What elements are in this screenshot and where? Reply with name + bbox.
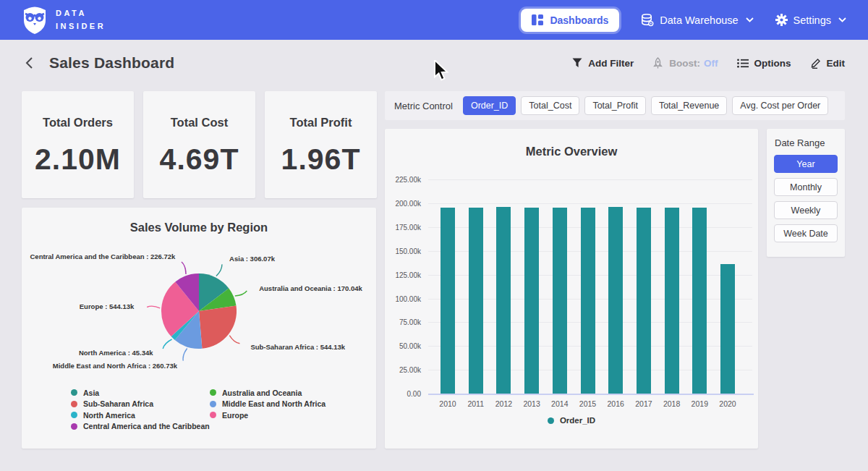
pie-legend-item-central-america-and-the-caribbean[interactable]: Central America and the Caribbean: [71, 421, 210, 433]
y-axis-tick: 200.00k: [385, 200, 421, 208]
x-axis-tick: 2013: [517, 399, 546, 408]
y-axis-tick: 100.00k: [385, 295, 421, 303]
bar-2010[interactable]: [441, 208, 455, 394]
x-axis-tick: 2018: [658, 399, 686, 408]
legend-dot: [210, 389, 216, 396]
pie-legend-item-middle-east-and-north-africa[interactable]: Middle East and North Africa: [210, 399, 326, 410]
order-id-legend-dot: [548, 417, 554, 424]
bar-chart-plot: 225.00k200.00k175.00k150.00k125.00k100.0…: [385, 129, 758, 449]
metric-control-bar: Metric Control Order_IDTotal_CostTotal_P…: [385, 91, 845, 120]
metric-option-order-id[interactable]: Order_ID: [463, 96, 516, 115]
y-axis-tick: 75.00k: [385, 318, 421, 326]
pie-legend-item-sub-saharan-africa[interactable]: Sub-Saharan Africa: [71, 399, 210, 410]
metric-control-label: Metric Control: [394, 101, 453, 111]
legend-label: North America: [83, 411, 135, 420]
y-axis-tick: 0.00: [385, 390, 421, 398]
x-axis-tick: 2014: [545, 399, 574, 408]
bar-2014[interactable]: [553, 208, 567, 394]
boost-state: Off: [704, 58, 718, 69]
add-filter-button[interactable]: Add Filter: [572, 58, 634, 69]
kpi-card-total-profit: Total Profit 1.96T: [265, 91, 377, 198]
date-range-buttons: YearMonthlyWeeklyWeek Date: [774, 155, 838, 242]
kpi-value: 1.96T: [265, 143, 377, 177]
metric-option-total-revenue[interactable]: Total_Revenue: [651, 96, 727, 115]
pencil-icon: [810, 58, 821, 69]
bar-2012[interactable]: [496, 207, 511, 394]
legend-label: Central America and the Caribbean: [83, 422, 210, 430]
bar-2016[interactable]: [608, 207, 623, 394]
edit-button[interactable]: Edit: [810, 58, 846, 69]
bar-2017[interactable]: [637, 208, 651, 394]
app-root: DATA INSIDER Dashboards: [0, 0, 868, 471]
kpi-value: 4.69T: [143, 143, 255, 177]
data-warehouse-menu[interactable]: Data Warehouse: [641, 14, 753, 27]
y-axis-tick: 175.00k: [385, 224, 421, 232]
bar-2020[interactable]: [720, 264, 735, 394]
edit-label: Edit: [827, 58, 846, 69]
x-axis-tick: 2019: [685, 399, 714, 408]
x-axis-tick: 2017: [629, 399, 658, 408]
settings-label: Settings: [793, 14, 831, 26]
gridline: [428, 203, 752, 204]
legend-label: Middle East and North Africa: [222, 399, 326, 408]
pie-label-asia: Asia : 306.07k: [229, 255, 276, 263]
pie-chart: Asia : 306.07kAustralia and Oceania : 17…: [22, 235, 376, 384]
pie-legend-item-europe[interactable]: Europe: [210, 410, 326, 421]
date-range-option-monthly[interactable]: Monthly: [774, 178, 838, 196]
pie-leader-line: [235, 291, 247, 296]
x-axis-tick: 2016: [601, 399, 630, 408]
chevron-down-icon: [746, 17, 754, 22]
legend-label: Sub-Saharan Africa: [83, 399, 153, 408]
options-label: Options: [754, 58, 791, 69]
data-warehouse-label: Data Warehouse: [660, 14, 738, 26]
bar-2015[interactable]: [581, 208, 595, 394]
chevron-down-icon: [838, 17, 846, 22]
boost-toggle[interactable]: Boost: Off: [652, 57, 718, 69]
pie-legend-item-asia[interactable]: Asia: [71, 387, 210, 399]
chevron-left-icon: [25, 56, 33, 69]
settings-menu[interactable]: Settings: [775, 14, 846, 26]
date-range-option-weekly[interactable]: Weekly: [774, 201, 838, 219]
pie-slice-sub-saharan-africa[interactable]: [199, 306, 237, 349]
legend-dot: [71, 389, 77, 396]
legend-dot: [71, 412, 77, 418]
brand-logo[interactable]: DATA INSIDER: [22, 6, 106, 35]
pie-leader-line: [183, 349, 187, 361]
date-range-option-week-date[interactable]: Week Date: [774, 224, 838, 242]
pie-leader-line: [163, 339, 171, 349]
options-button[interactable]: Options: [737, 58, 791, 69]
kpi-card-total-cost: Total Cost 4.69T: [143, 91, 255, 198]
bar-chart-legend[interactable]: Order_ID: [385, 416, 758, 425]
y-axis-tick: 25.00k: [385, 366, 421, 374]
pie-label-north-america: North America : 45.34k: [79, 349, 153, 357]
pie-leader-line: [229, 336, 239, 344]
bar-2011[interactable]: [469, 208, 483, 394]
add-filter-label: Add Filter: [588, 58, 634, 69]
brand-line1: DATA: [56, 7, 106, 20]
bar-2019[interactable]: [692, 208, 707, 394]
kpi-label: Total Cost: [143, 116, 255, 130]
x-axis-line: [428, 394, 754, 395]
metric-option-total-cost[interactable]: Total_Cost: [521, 96, 579, 115]
dashboards-button[interactable]: Dashboards: [521, 9, 619, 32]
page-header: Sales Dashboard Add Filter Boost: Off: [0, 40, 868, 86]
bar-2018[interactable]: [665, 208, 679, 394]
y-axis-tick: 50.00k: [385, 342, 421, 350]
list-icon: [737, 59, 749, 68]
kpi-value: 2.10M: [22, 143, 134, 177]
pie-legend-item-australia-and-oceania[interactable]: Australia and Oceania: [210, 387, 326, 399]
sales-volume-card: Sales Volume by Region Asia : 306.07kAus…: [22, 208, 376, 449]
date-range-option-year[interactable]: Year: [774, 155, 838, 173]
pie-legend-item-north-america[interactable]: North America: [71, 410, 210, 421]
back-button[interactable]: [23, 55, 35, 71]
metric-option-total-profit[interactable]: Total_Profit: [584, 96, 646, 115]
x-axis-tick: 2012: [489, 399, 518, 408]
legend-dot: [210, 412, 216, 418]
pie-leader-line: [182, 262, 186, 274]
bar-2013[interactable]: [524, 208, 539, 394]
x-axis-tick: 2011: [461, 399, 490, 408]
gridline: [428, 179, 752, 180]
top-navbar: DATA INSIDER Dashboards: [0, 0, 868, 40]
x-axis-tick: 2010: [433, 399, 462, 408]
metric-option-avg-cost-per-order[interactable]: Avg. Cost per Order: [732, 96, 828, 115]
